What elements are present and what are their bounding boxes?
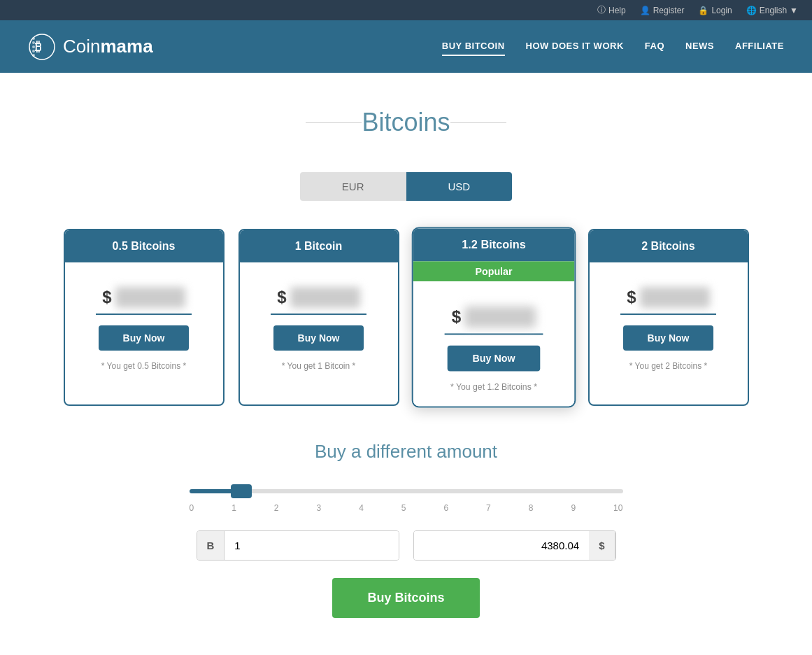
card-inner-featured: 1.2 Bitcoins Popular $ Buy Now * You get… bbox=[411, 227, 576, 407]
slider-label-4: 4 bbox=[359, 503, 364, 513]
card-header-0.5: 0.5 Bitcoins bbox=[65, 230, 223, 262]
page-title: Bitcoins bbox=[334, 108, 478, 137]
slider-labels: 0 1 2 3 4 5 6 7 8 9 10 bbox=[162, 503, 651, 513]
slider-label-1: 1 bbox=[232, 503, 236, 513]
price-value-blur bbox=[290, 287, 360, 308]
card-0.5-btc: 0.5 Bitcoins $ Buy Now * You get 0.5 Bit… bbox=[64, 229, 225, 406]
usd-button[interactable]: USD bbox=[406, 172, 513, 201]
nav-buy-bitcoin[interactable]: BUY BITCOIN bbox=[442, 37, 505, 56]
price-divider bbox=[620, 314, 716, 315]
card-header-1.2: 1.2 Bitcoins bbox=[413, 229, 574, 262]
page-title-section: Bitcoins bbox=[0, 73, 812, 158]
buy-now-button-1.2[interactable]: Buy Now bbox=[447, 346, 539, 372]
slider-label-10: 10 bbox=[613, 503, 622, 513]
svg-point-3 bbox=[32, 41, 35, 44]
main-nav: BUY BITCOIN HOW DOES IT WORK FAQ NEWS AF… bbox=[442, 37, 784, 56]
slider-label-3: 3 bbox=[316, 503, 321, 513]
chevron-down-icon: ▼ bbox=[790, 6, 798, 15]
card-1.2-btc-featured: 1.2 Bitcoins Popular $ Buy Now * You get… bbox=[411, 227, 576, 407]
btc-amount-input[interactable] bbox=[225, 531, 398, 560]
dollar-sign: $ bbox=[277, 288, 286, 307]
you-get-1.2: * You get 1.2 Bitcoins * bbox=[424, 382, 564, 392]
nav-faq[interactable]: FAQ bbox=[645, 37, 664, 56]
price-1: $ bbox=[250, 287, 387, 308]
register-link[interactable]: 👤 Register bbox=[640, 6, 685, 15]
you-get-2: * You get 2 Bitcoins * bbox=[600, 361, 737, 371]
globe-icon: 🌐 bbox=[746, 6, 757, 15]
btc-input-group: B bbox=[197, 530, 399, 561]
svg-point-6 bbox=[32, 54, 35, 57]
person-icon: 👤 bbox=[640, 6, 650, 15]
slider-label-7: 7 bbox=[486, 503, 491, 513]
svg-point-2 bbox=[32, 37, 35, 40]
slider-label-5: 5 bbox=[401, 503, 406, 513]
bitcoin-slider[interactable] bbox=[190, 489, 623, 493]
logo-text: Coinmama bbox=[63, 36, 153, 57]
nav-news[interactable]: NEWS bbox=[685, 37, 714, 56]
language-selector[interactable]: 🌐 English ▼ bbox=[746, 6, 798, 15]
price-divider bbox=[271, 314, 366, 315]
dollar-sign: $ bbox=[627, 288, 636, 307]
help-link[interactable]: ⓘ Help bbox=[597, 4, 626, 16]
price-value-blur bbox=[464, 307, 536, 328]
login-icon: 🔒 bbox=[698, 6, 708, 15]
card-header-2: 2 Bitcoins bbox=[590, 230, 748, 262]
card-header-1: 1 Bitcoin bbox=[240, 230, 398, 262]
price-0.5: $ bbox=[76, 287, 213, 308]
cards-section: 0.5 Bitcoins $ Buy Now * You get 0.5 Bit… bbox=[0, 229, 812, 406]
card-1-btc: 1 Bitcoin $ Buy Now * You get 1 Bitcoin … bbox=[238, 229, 399, 406]
dollar-sign: $ bbox=[451, 307, 461, 328]
header: ₿ Coinmama BUY BITCOIN HOW DOES IT WORK … bbox=[0, 20, 812, 73]
slider-label-9: 9 bbox=[571, 503, 576, 513]
usd-input-group: $ bbox=[413, 530, 616, 561]
card-2-btc: 2 Bitcoins $ Buy Now * You get 2 Bitcoin… bbox=[588, 229, 749, 406]
card-body-0.5: $ Buy Now * You get 0.5 Bitcoins * bbox=[65, 262, 223, 385]
you-get-1: * You get 1 Bitcoin * bbox=[250, 361, 387, 371]
card-body-2: $ Buy Now * You get 2 Bitcoins * bbox=[590, 262, 748, 385]
svg-point-4 bbox=[32, 45, 35, 48]
topbar: ⓘ Help 👤 Register 🔒 Login 🌐 English ▼ bbox=[0, 0, 812, 20]
buy-now-button-2[interactable]: Buy Now bbox=[623, 325, 714, 351]
slider-label-6: 6 bbox=[443, 503, 448, 513]
nav-how-it-works[interactable]: HOW DOES IT WORK bbox=[526, 37, 624, 56]
slider-label-8: 8 bbox=[529, 503, 534, 513]
amount-inputs: B $ bbox=[197, 530, 616, 561]
main-content: Bitcoins EUR USD 0.5 Bitcoins $ Buy Now … bbox=[0, 73, 812, 655]
buy-now-button-1[interactable]: Buy Now bbox=[273, 325, 364, 351]
price-divider bbox=[96, 314, 192, 315]
price-divider bbox=[445, 333, 543, 334]
popular-badge: Popular bbox=[413, 261, 574, 281]
login-link[interactable]: 🔒 Login bbox=[698, 6, 732, 15]
buy-now-button-0.5[interactable]: Buy Now bbox=[99, 325, 190, 351]
card-body-1: $ Buy Now * You get 1 Bitcoin * bbox=[240, 262, 398, 385]
usd-amount-input[interactable] bbox=[414, 531, 590, 560]
currency-toggle: EUR USD bbox=[0, 172, 812, 201]
price-2: $ bbox=[600, 287, 737, 308]
help-icon: ⓘ bbox=[597, 4, 606, 16]
svg-point-5 bbox=[32, 50, 35, 52]
eur-button[interactable]: EUR bbox=[300, 172, 406, 201]
custom-amount-section: Buy a different amount 0 1 2 3 4 5 6 7 8… bbox=[0, 441, 812, 618]
price-1.2: $ bbox=[424, 307, 564, 328]
slider-label-2: 2 bbox=[274, 503, 279, 513]
slider-container bbox=[162, 484, 651, 496]
price-value-blur bbox=[640, 287, 710, 308]
card-body-1.2: $ Buy Now * You get 1.2 Bitcoins * bbox=[413, 281, 574, 407]
btc-prefix: B bbox=[197, 531, 225, 560]
dollar-sign: $ bbox=[102, 288, 111, 307]
usd-suffix: $ bbox=[589, 531, 615, 560]
nav-affiliate[interactable]: AFFILIATE bbox=[735, 37, 784, 56]
buy-bitcoins-button[interactable]: Buy Bitcoins bbox=[332, 578, 479, 618]
custom-title: Buy a different amount bbox=[28, 441, 784, 463]
price-value-blur bbox=[115, 287, 185, 308]
slider-label-0: 0 bbox=[190, 503, 194, 513]
you-get-0.5: * You get 0.5 Bitcoins * bbox=[76, 361, 213, 371]
svg-text:₿: ₿ bbox=[35, 40, 41, 54]
logo[interactable]: ₿ Coinmama bbox=[28, 33, 153, 61]
